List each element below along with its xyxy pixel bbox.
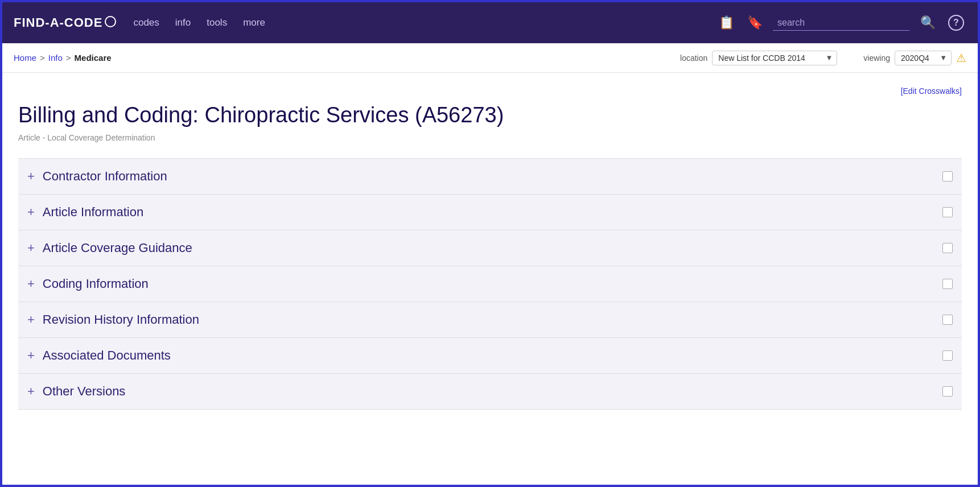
nav-right: 📋 🔖 🔍 ?	[716, 13, 966, 33]
accordion-checkbox-article-info[interactable]	[942, 207, 953, 217]
help-icon: ?	[948, 15, 964, 31]
breadcrumb-sep-1: >	[40, 53, 45, 63]
viewing-select-wrapper: 2020Q4 ▼	[895, 51, 952, 65]
accordion-label-versions: Other Versions	[43, 384, 942, 399]
accordion-checkbox-revision[interactable]	[942, 315, 953, 325]
expand-icon-revision: +	[27, 313, 35, 326]
nav-tools[interactable]: tools	[207, 17, 227, 28]
accordion-item-coverage[interactable]: + Article Coverage Guidance	[18, 230, 962, 266]
accordion-item-revision[interactable]: + Revision History Information	[18, 302, 962, 337]
accordion-label-contractor: Contractor Information	[43, 169, 942, 184]
accordion-checkbox-versions[interactable]	[942, 386, 953, 397]
accordion-item-contractor[interactable]: + Contractor Information	[18, 158, 962, 194]
main-content: [Edit Crosswalks] Billing and Coding: Ch…	[2, 73, 978, 423]
location-select-wrapper: New List for CCDB 2014 ▼	[712, 51, 837, 65]
clipboard-button[interactable]: 📋	[716, 13, 736, 33]
search-icon: 🔍	[920, 15, 936, 30]
logo-text: FIND-A-CODE	[14, 15, 102, 30]
nav-codes[interactable]: codes	[133, 17, 159, 28]
expand-icon-contractor: +	[27, 170, 35, 183]
viewing-select[interactable]: 2020Q4	[895, 51, 952, 65]
breadcrumb-current: Medicare	[75, 53, 112, 63]
expand-icon-coverage: +	[27, 242, 35, 254]
location-label: location	[680, 53, 707, 63]
breadcrumb-sep-2: >	[66, 53, 71, 63]
accordion-label-documents: Associated Documents	[43, 348, 942, 363]
page-title: Billing and Coding: Chiropractic Service…	[18, 102, 962, 129]
accordion-checkbox-coding[interactable]	[942, 279, 953, 289]
edit-crosswalks-link[interactable]: [Edit Crosswalks]	[18, 86, 962, 96]
accordion-label-coding: Coding Information	[43, 276, 942, 291]
viewing-label: viewing	[863, 53, 890, 63]
accordion: + Contractor Information + Article Infor…	[18, 158, 962, 410]
logo: FIND-A-CODE	[14, 15, 116, 30]
search-input[interactable]	[773, 15, 909, 31]
bookmark-button[interactable]: 🔖	[744, 13, 765, 33]
viewing-block: viewing 2020Q4 ▼ ⚠	[863, 51, 966, 65]
accordion-item-article-info[interactable]: + Article Information	[18, 194, 962, 230]
nav-links: codes info tools more	[133, 17, 265, 28]
clipboard-icon: 📋	[719, 15, 734, 30]
warning-icon: ⚠	[956, 51, 966, 65]
accordion-label-revision: Revision History Information	[43, 312, 942, 327]
accordion-checkbox-coverage[interactable]	[942, 243, 953, 253]
search-button[interactable]: 🔍	[917, 13, 938, 33]
accordion-checkbox-documents[interactable]	[942, 350, 953, 361]
expand-icon-coding: +	[27, 278, 35, 290]
logo-icon	[105, 16, 116, 27]
accordion-label-coverage: Article Coverage Guidance	[43, 241, 942, 255]
breadcrumb-info[interactable]: Info	[48, 53, 63, 63]
navbar: FIND-A-CODE codes info tools more 📋 🔖 🔍 …	[2, 2, 978, 43]
bookmark-icon: 🔖	[747, 15, 763, 30]
location-select[interactable]: New List for CCDB 2014	[712, 51, 837, 65]
accordion-checkbox-contractor[interactable]	[942, 171, 953, 181]
breadcrumb-home[interactable]: Home	[14, 53, 36, 63]
breadcrumb: Home > Info > Medicare	[14, 53, 112, 63]
expand-icon-documents: +	[27, 349, 35, 362]
nav-more[interactable]: more	[243, 17, 265, 28]
help-button[interactable]: ?	[946, 13, 966, 33]
breadcrumb-bar: Home > Info > Medicare location New List…	[2, 43, 978, 73]
location-block: location New List for CCDB 2014 ▼	[680, 51, 837, 65]
expand-icon-versions: +	[27, 385, 35, 398]
article-subtitle: Article - Local Coverage Determination	[18, 133, 962, 142]
accordion-item-documents[interactable]: + Associated Documents	[18, 337, 962, 373]
expand-icon-article-info: +	[27, 206, 35, 218]
nav-info[interactable]: info	[175, 17, 191, 28]
accordion-item-versions[interactable]: + Other Versions	[18, 373, 962, 410]
accordion-label-article-info: Article Information	[43, 205, 942, 220]
accordion-item-coding[interactable]: + Coding Information	[18, 266, 962, 302]
